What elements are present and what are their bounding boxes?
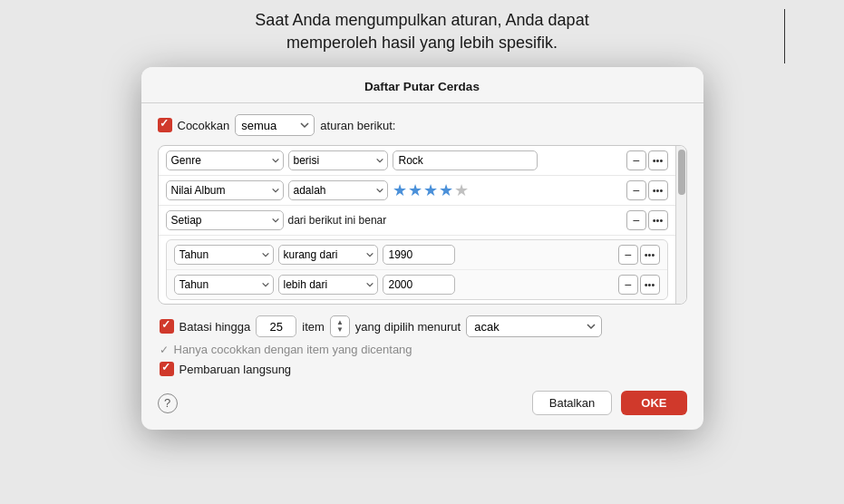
nested2-minus-button[interactable]: − [618, 275, 638, 295]
rule2-more-button[interactable]: ••• [648, 180, 668, 200]
tooltip: Saat Anda mengumpulkan aturan, Anda dapa… [114, 9, 731, 54]
cancel-button[interactable]: Batalkan [532, 391, 613, 415]
rule2-stars-value[interactable]: ★ ★ ★ ★ ★ [393, 180, 469, 200]
match-label-before: Cocokkan [178, 119, 230, 132]
star-2[interactable]: ★ [408, 180, 422, 200]
only-checked-label: Hanya cocokkan dengan item yang dicentan… [174, 343, 412, 356]
rule3-minus-button[interactable]: − [626, 210, 646, 230]
smart-playlist-dialog: Daftar Putar Cerdas Cocokkan semua salah… [141, 67, 703, 430]
live-update-row: Pembaruan langsung [158, 362, 687, 376]
limit-label-before: Batasi hingga [179, 320, 251, 334]
only-checked-row: ✓ Hanya cocokkan dengan item yang dicent… [158, 343, 687, 356]
nested2-value-input[interactable] [383, 275, 455, 295]
rule3-buttons: − ••• [626, 210, 668, 230]
nested1-operator-select[interactable]: kurang dari lebih dari [278, 245, 378, 265]
rule-row-1: Genre Nilai Album Setiap Tahun berisi ad… [159, 146, 675, 176]
rule3-group-label: dari berikut ini benar [288, 214, 387, 227]
rule1-buttons: − ••• [626, 150, 668, 170]
rule1-operator-select[interactable]: berisi adalah [288, 150, 388, 170]
match-label-after: aturan berikut: [320, 119, 395, 132]
nested1-buttons: − ••• [618, 245, 660, 265]
live-update-label: Pembaruan langsung [179, 363, 292, 376]
star-1[interactable]: ★ [393, 180, 407, 200]
rule2-operator-select[interactable]: adalah berisi [288, 180, 388, 200]
match-checkbox[interactable] [158, 118, 172, 132]
ok-button[interactable]: OKE [621, 391, 686, 415]
rule2-field-select[interactable]: Nilai Album Genre [166, 180, 284, 200]
nested1-minus-button[interactable]: − [618, 245, 638, 265]
limit-unit: item [302, 320, 325, 334]
rules-scrollbar[interactable] [675, 146, 686, 304]
scrollbar-thumb [678, 150, 685, 195]
nested2-buttons: − ••• [618, 275, 660, 295]
rules-container: Genre Nilai Album Setiap Tahun berisi ad… [158, 145, 687, 305]
nested1-value-input[interactable] [383, 245, 455, 265]
rule3-field-select[interactable]: Setiap Genre [166, 210, 284, 230]
limit-sort-select[interactable]: acak judul artis album tanggal ditambahk… [466, 315, 602, 337]
rule2-minus-button[interactable]: − [626, 180, 646, 200]
nested-rule-2: Tahun Genre lebih dari kurang dari − ••• [167, 270, 667, 299]
dialog-title: Daftar Putar Cerdas [141, 67, 703, 103]
limit-spinner[interactable]: ▲ ▼ [330, 315, 350, 337]
help-button[interactable]: ? [158, 393, 178, 413]
limit-row: Batasi hingga item ▲ ▼ yang dipilih menu… [158, 315, 687, 337]
dialog-body: Cocokkan semua salah satu aturan berikut… [141, 114, 703, 376]
nested-rule-1: Tahun Genre kurang dari lebih dari − ••• [167, 240, 667, 270]
nested1-more-button[interactable]: ••• [640, 245, 660, 265]
nested2-more-button[interactable]: ••• [640, 275, 660, 295]
match-select[interactable]: semua salah satu [235, 114, 315, 136]
nested2-field-select[interactable]: Tahun Genre [174, 275, 274, 295]
star-4[interactable]: ★ [439, 180, 453, 200]
rule1-minus-button[interactable]: − [626, 150, 646, 170]
rule1-value-input[interactable] [393, 150, 538, 170]
rule3-more-button[interactable]: ••• [648, 210, 668, 230]
footer-buttons: Batalkan OKE [532, 391, 687, 415]
dialog-footer: ? Batalkan OKE [141, 382, 703, 415]
rule1-field-select[interactable]: Genre Nilai Album Setiap Tahun [166, 150, 284, 170]
star-3[interactable]: ★ [423, 180, 438, 200]
nested2-operator-select[interactable]: lebih dari kurang dari [278, 275, 378, 295]
rules-inner: Genre Nilai Album Setiap Tahun berisi ad… [159, 146, 675, 300]
limit-label-after: yang dipilih menurut [355, 320, 461, 334]
live-update-checkbox[interactable] [160, 362, 174, 376]
tooltip-line2: memperoleh hasil yang lebih spesifik. [114, 32, 731, 54]
limit-checkbox[interactable] [160, 319, 174, 334]
limit-value-input[interactable] [256, 315, 296, 337]
tooltip-line1: Saat Anda mengumpulkan aturan, Anda dapa… [114, 9, 731, 32]
only-checked-icon: ✓ [160, 344, 169, 356]
rule2-buttons: − ••• [626, 180, 668, 200]
nested-rules-container: Tahun Genre kurang dari lebih dari − ••• [166, 239, 668, 300]
nested1-field-select[interactable]: Tahun Genre [174, 245, 274, 265]
star-5[interactable]: ★ [454, 180, 469, 200]
match-row: Cocokkan semua salah satu aturan berikut… [158, 114, 687, 136]
rule1-more-button[interactable]: ••• [648, 150, 668, 170]
tooltip-pointer-line [784, 9, 785, 63]
rule-row-2: Nilai Album Genre adalah berisi ★ ★ ★ ★ … [159, 176, 675, 206]
rule-row-3: Setiap Genre dari berikut ini benar − ••… [159, 206, 675, 236]
